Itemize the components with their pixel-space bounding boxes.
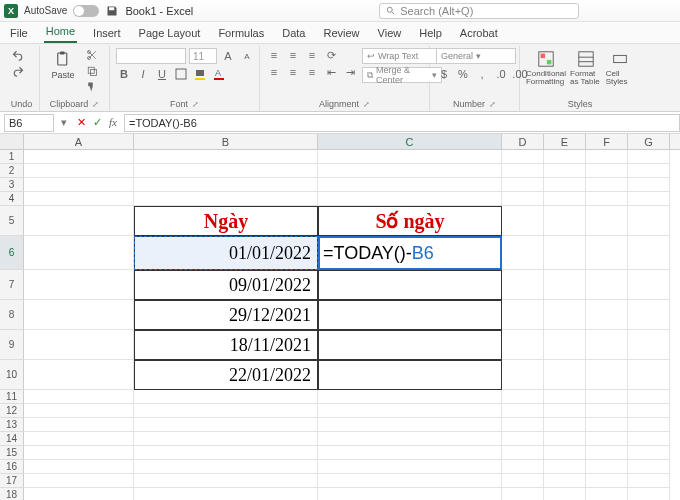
cell-C11[interactable] <box>318 390 502 404</box>
cell-A6[interactable] <box>24 236 134 270</box>
cell-G3[interactable] <box>628 178 670 192</box>
cell-G4[interactable] <box>628 192 670 206</box>
font-launcher-icon[interactable]: ⤢ <box>192 100 199 109</box>
cell-D15[interactable] <box>502 446 544 460</box>
cell-F13[interactable] <box>586 418 628 432</box>
copy-button[interactable] <box>84 64 100 78</box>
row-header[interactable]: 16 <box>0 460 24 474</box>
name-box-dropdown-icon[interactable]: ▾ <box>58 116 70 129</box>
col-header-D[interactable]: D <box>502 134 544 149</box>
cell-D14[interactable] <box>502 432 544 446</box>
cell-F17[interactable] <box>586 474 628 488</box>
cell-E12[interactable] <box>544 404 586 418</box>
cell-B14[interactable] <box>134 432 318 446</box>
cell-C9[interactable] <box>318 330 502 360</box>
font-color-button[interactable]: A <box>211 67 227 81</box>
cell-D2[interactable] <box>502 164 544 178</box>
cell-C14[interactable] <box>318 432 502 446</box>
cell-D5[interactable] <box>502 206 544 236</box>
cell-E14[interactable] <box>544 432 586 446</box>
cell-C2[interactable] <box>318 164 502 178</box>
cell-E5[interactable] <box>544 206 586 236</box>
cell-C5[interactable]: Số ngày <box>318 206 502 236</box>
underline-button[interactable]: U <box>154 67 170 81</box>
increase-indent-icon[interactable]: ⇥ <box>342 65 358 79</box>
col-header-F[interactable]: F <box>586 134 628 149</box>
cell-D3[interactable] <box>502 178 544 192</box>
cell-B11[interactable] <box>134 390 318 404</box>
cell-E13[interactable] <box>544 418 586 432</box>
row-header[interactable]: 6 <box>0 236 24 270</box>
align-top-icon[interactable]: ≡ <box>266 48 282 62</box>
font-size-select[interactable]: 11 <box>189 48 217 64</box>
cell-F3[interactable] <box>586 178 628 192</box>
cell-A16[interactable] <box>24 460 134 474</box>
row-header[interactable]: 5 <box>0 206 24 236</box>
cell-G14[interactable] <box>628 432 670 446</box>
cell-B16[interactable] <box>134 460 318 474</box>
cell-B7[interactable]: 09/01/2022 <box>134 270 318 300</box>
cell-G13[interactable] <box>628 418 670 432</box>
cell-G1[interactable] <box>628 150 670 164</box>
cell-D6[interactable] <box>502 236 544 270</box>
cell-F7[interactable] <box>586 270 628 300</box>
bold-button[interactable]: B <box>116 67 132 81</box>
cell-D11[interactable] <box>502 390 544 404</box>
save-icon[interactable] <box>105 4 119 18</box>
cell-G17[interactable] <box>628 474 670 488</box>
cell-C1[interactable] <box>318 150 502 164</box>
tab-insert[interactable]: Insert <box>91 25 123 43</box>
cell-A18[interactable] <box>24 488 134 500</box>
row-header[interactable]: 2 <box>0 164 24 178</box>
cell-G16[interactable] <box>628 460 670 474</box>
tab-formulas[interactable]: Formulas <box>216 25 266 43</box>
cell-C6[interactable]: =TODAY()-B6 <box>318 236 502 270</box>
cell-B18[interactable] <box>134 488 318 500</box>
cell-E18[interactable] <box>544 488 586 500</box>
cell-B13[interactable] <box>134 418 318 432</box>
cell-B3[interactable] <box>134 178 318 192</box>
paste-button[interactable]: Paste <box>46 48 80 96</box>
col-header-G[interactable]: G <box>628 134 670 149</box>
row-header[interactable]: 13 <box>0 418 24 432</box>
cell-B10[interactable]: 22/01/2022 <box>134 360 318 390</box>
cell-A7[interactable] <box>24 270 134 300</box>
cell-F9[interactable] <box>586 330 628 360</box>
cell-F5[interactable] <box>586 206 628 236</box>
cell-E8[interactable] <box>544 300 586 330</box>
percent-button[interactable]: % <box>455 67 471 81</box>
cell-A3[interactable] <box>24 178 134 192</box>
cell-E1[interactable] <box>544 150 586 164</box>
cell-D8[interactable] <box>502 300 544 330</box>
cell-G18[interactable] <box>628 488 670 500</box>
row-header[interactable]: 9 <box>0 330 24 360</box>
cell-A17[interactable] <box>24 474 134 488</box>
cell-A4[interactable] <box>24 192 134 206</box>
cell-G7[interactable] <box>628 270 670 300</box>
align-center-icon[interactable]: ≡ <box>285 65 301 79</box>
tab-acrobat[interactable]: Acrobat <box>458 25 500 43</box>
align-right-icon[interactable]: ≡ <box>304 65 320 79</box>
cell-B17[interactable] <box>134 474 318 488</box>
redo-button[interactable] <box>10 64 26 78</box>
row-header[interactable]: 8 <box>0 300 24 330</box>
cell-F14[interactable] <box>586 432 628 446</box>
row-header[interactable]: 7 <box>0 270 24 300</box>
cell-G2[interactable] <box>628 164 670 178</box>
cell-A2[interactable] <box>24 164 134 178</box>
cell-G10[interactable] <box>628 360 670 390</box>
cell-A1[interactable] <box>24 150 134 164</box>
cut-button[interactable] <box>84 48 100 62</box>
cell-E4[interactable] <box>544 192 586 206</box>
row-header[interactable]: 18 <box>0 488 24 500</box>
cell-E15[interactable] <box>544 446 586 460</box>
cell-D1[interactable] <box>502 150 544 164</box>
cell-D12[interactable] <box>502 404 544 418</box>
cell-F1[interactable] <box>586 150 628 164</box>
tab-home[interactable]: Home <box>44 23 77 43</box>
cell-C8[interactable] <box>318 300 502 330</box>
tab-view[interactable]: View <box>376 25 404 43</box>
row-header[interactable]: 12 <box>0 404 24 418</box>
cell-E9[interactable] <box>544 330 586 360</box>
tab-data[interactable]: Data <box>280 25 307 43</box>
